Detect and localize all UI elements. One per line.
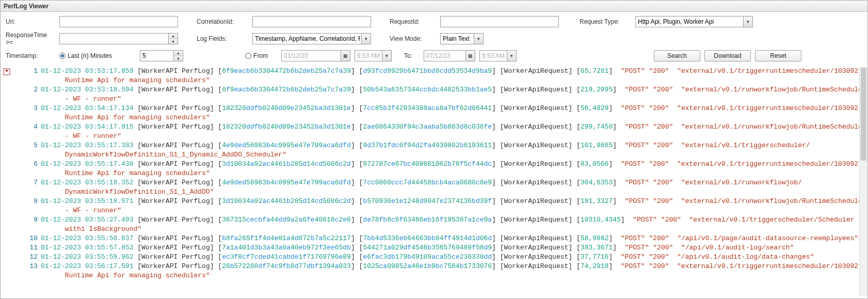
chevron-down-icon[interactable]: ▼ [169, 39, 178, 44]
to-time-picker[interactable]: ▾ [479, 50, 517, 61]
correlationid-label: CorrelationId: [197, 18, 248, 25]
viewmode-label: View Mode: [390, 35, 436, 42]
bookmark-icon [3, 68, 11, 76]
spinner-buttons[interactable]: ▲▼ [173, 51, 183, 61]
responsetime-spinner[interactable]: ▲▼ [59, 33, 178, 44]
window-title: PerfLog Viewer [1, 1, 867, 12]
to-label: To: [404, 52, 420, 59]
logfields-select[interactable]: ▾ [252, 33, 371, 44]
from-time-picker[interactable]: ▾ [355, 50, 392, 61]
chevron-down-icon[interactable]: ▾ [507, 51, 516, 61]
correlationid-input[interactable] [252, 16, 371, 27]
from-date-picker[interactable]: ▦ [281, 50, 350, 61]
requesttype-select[interactable]: ▾ [635, 16, 753, 27]
chevron-down-icon[interactable]: ▾ [474, 34, 483, 44]
scrollbar-thumb[interactable] [861, 68, 866, 161]
filter-panel: Uri: CorrelationId: RequestId: Request T… [1, 12, 867, 68]
logfields-label: Log Fields: [197, 35, 248, 42]
requesttype-value[interactable] [635, 16, 753, 27]
radio-last-minutes-label: Last (n) Minutes [68, 52, 112, 59]
radio-from-label: From [253, 52, 268, 59]
chevron-down-icon[interactable]: ▼ [174, 56, 183, 61]
radio-from[interactable]: From [245, 52, 268, 59]
uri-input[interactable] [59, 16, 178, 27]
bookmark-gutter[interactable] [3, 67, 13, 296]
reset-button[interactable]: Reset [755, 50, 801, 61]
last-minutes-spinner[interactable]: ▲▼ [140, 50, 183, 61]
search-button[interactable]: Search [654, 50, 700, 61]
chevron-up-icon[interactable]: ▲ [169, 34, 178, 39]
perflog-window: PerfLog Viewer Uri: CorrelationId: Reque… [0, 0, 868, 299]
download-button[interactable]: Download [704, 50, 751, 61]
chevron-down-icon[interactable]: ▾ [743, 17, 752, 27]
responsetime-label: ResponseTime >= [6, 32, 55, 46]
requestid-input[interactable] [440, 16, 559, 27]
from-date-input[interactable] [281, 50, 350, 61]
calendar-icon[interactable]: ▦ [341, 51, 350, 61]
radio-unselected-icon [245, 53, 251, 59]
to-date-picker[interactable]: ▦ [424, 50, 475, 61]
spinner-buttons[interactable]: ▲▼ [168, 34, 178, 44]
uri-label: Uri: [6, 18, 55, 25]
vertical-scrollbar[interactable] [859, 67, 867, 296]
viewmode-select[interactable]: ▾ [440, 33, 484, 44]
log-text-body[interactable]: 01-12-2023 03:53:17.859 [WorkerAPI PerfL… [41, 67, 865, 296]
line-number-gutter: 1.2.3.4.5.6.7.8.9.10111213. [13, 67, 41, 296]
requestid-label: RequestId: [390, 18, 436, 25]
chevron-up-icon[interactable]: ▲ [174, 51, 183, 56]
chevron-down-icon[interactable]: ▾ [382, 51, 391, 61]
radio-last-minutes[interactable]: Last (n) Minutes [59, 52, 112, 59]
requesttype-label: Request Type: [580, 18, 631, 25]
calendar-icon[interactable]: ▦ [465, 51, 475, 61]
responsetime-input[interactable] [59, 33, 178, 44]
chevron-down-icon[interactable]: ▾ [361, 34, 371, 44]
log-viewer: 1.2.3.4.5.6.7.8.9.10111213. 01-12-2023 0… [3, 67, 865, 296]
logfields-value[interactable] [252, 33, 371, 44]
radio-selected-icon [59, 53, 66, 59]
timestamp-label: Timestamp: [6, 52, 55, 59]
